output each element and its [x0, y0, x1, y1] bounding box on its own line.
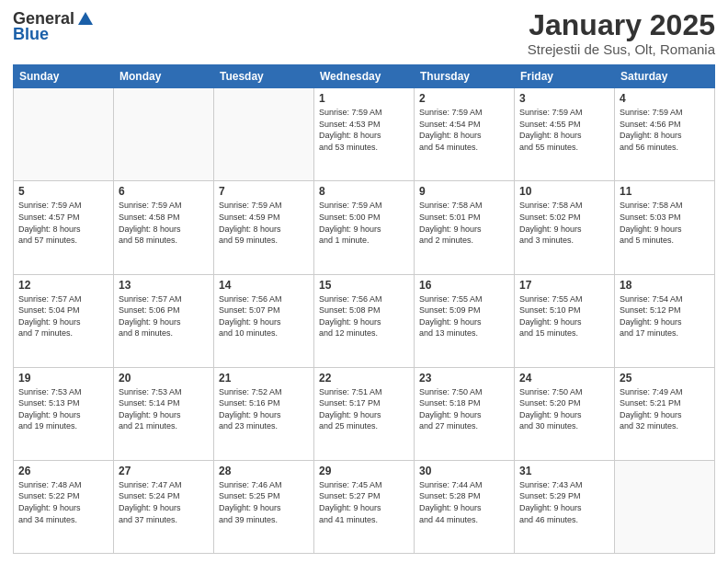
cell-info-text: Sunrise: 7:54 AM Sunset: 5:12 PM Dayligh…: [620, 293, 710, 339]
cell-date-number: 2: [419, 92, 509, 105]
calendar-week-row: 19Sunrise: 7:53 AM Sunset: 5:13 PM Dayli…: [14, 367, 715, 460]
cell-info-text: Sunrise: 7:55 AM Sunset: 5:09 PM Dayligh…: [419, 293, 509, 339]
calendar-cell: 22Sunrise: 7:51 AM Sunset: 5:17 PM Dayli…: [314, 367, 415, 460]
cell-date-number: 9: [419, 185, 509, 198]
calendar-cell: 27Sunrise: 7:47 AM Sunset: 5:24 PM Dayli…: [114, 460, 214, 553]
calendar-cell: 16Sunrise: 7:55 AM Sunset: 5:09 PM Dayli…: [415, 274, 515, 367]
cell-info-text: Sunrise: 7:58 AM Sunset: 5:02 PM Dayligh…: [519, 200, 609, 246]
cell-info-text: Sunrise: 7:49 AM Sunset: 5:21 PM Dayligh…: [620, 386, 710, 432]
cell-date-number: 16: [419, 279, 509, 292]
calendar-cell: 24Sunrise: 7:50 AM Sunset: 5:20 PM Dayli…: [515, 367, 615, 460]
calendar-title: January 2025: [528, 9, 715, 41]
cell-info-text: Sunrise: 7:43 AM Sunset: 5:29 PM Dayligh…: [519, 479, 609, 525]
weekday-header-monday: Monday: [114, 65, 214, 88]
calendar-cell: 29Sunrise: 7:45 AM Sunset: 5:27 PM Dayli…: [314, 460, 415, 553]
calendar-cell: 12Sunrise: 7:57 AM Sunset: 5:04 PM Dayli…: [14, 274, 114, 367]
cell-info-text: Sunrise: 7:56 AM Sunset: 5:08 PM Dayligh…: [319, 293, 409, 339]
weekday-header-wednesday: Wednesday: [314, 65, 415, 88]
cell-info-text: Sunrise: 7:59 AM Sunset: 4:53 PM Dayligh…: [319, 107, 409, 153]
calendar-cell: 8Sunrise: 7:59 AM Sunset: 5:00 PM Daylig…: [314, 181, 415, 274]
weekday-header-friday: Friday: [515, 65, 615, 88]
cell-info-text: Sunrise: 7:53 AM Sunset: 5:13 PM Dayligh…: [18, 386, 108, 432]
cell-info-text: Sunrise: 7:50 AM Sunset: 5:20 PM Dayligh…: [519, 386, 609, 432]
calendar-table: SundayMondayTuesdayWednesdayThursdayFrid…: [13, 64, 715, 554]
cell-date-number: 27: [119, 465, 209, 477]
weekday-header-row: SundayMondayTuesdayWednesdayThursdayFrid…: [14, 65, 715, 88]
calendar-cell: [214, 88, 314, 181]
cell-info-text: Sunrise: 7:56 AM Sunset: 5:07 PM Dayligh…: [219, 293, 309, 339]
calendar-cell: 30Sunrise: 7:44 AM Sunset: 5:28 PM Dayli…: [415, 460, 515, 553]
weekday-header-sunday: Sunday: [14, 65, 114, 88]
cell-date-number: 10: [519, 185, 609, 198]
cell-date-number: 23: [419, 372, 509, 385]
cell-date-number: 7: [219, 185, 309, 198]
calendar-cell: 15Sunrise: 7:56 AM Sunset: 5:08 PM Dayli…: [314, 274, 415, 367]
cell-date-number: 6: [119, 185, 209, 198]
cell-info-text: Sunrise: 7:59 AM Sunset: 4:58 PM Dayligh…: [119, 200, 209, 246]
cell-date-number: 31: [519, 465, 609, 477]
page-header: General Blue January 2025 Strejestii de …: [13, 9, 715, 57]
logo-blue: Blue: [13, 25, 49, 44]
calendar-cell: 13Sunrise: 7:57 AM Sunset: 5:06 PM Dayli…: [114, 274, 214, 367]
cell-info-text: Sunrise: 7:58 AM Sunset: 5:01 PM Dayligh…: [419, 200, 509, 246]
calendar-cell: 23Sunrise: 7:50 AM Sunset: 5:18 PM Dayli…: [415, 367, 515, 460]
calendar-cell: 7Sunrise: 7:59 AM Sunset: 4:59 PM Daylig…: [214, 181, 314, 274]
cell-info-text: Sunrise: 7:46 AM Sunset: 5:25 PM Dayligh…: [219, 479, 309, 525]
calendar-cell: 17Sunrise: 7:55 AM Sunset: 5:10 PM Dayli…: [515, 274, 615, 367]
calendar-week-row: 1Sunrise: 7:59 AM Sunset: 4:53 PM Daylig…: [14, 88, 715, 181]
cell-info-text: Sunrise: 7:55 AM Sunset: 5:10 PM Dayligh…: [519, 293, 609, 339]
calendar-week-row: 26Sunrise: 7:48 AM Sunset: 5:22 PM Dayli…: [14, 460, 715, 553]
calendar-cell: [615, 460, 715, 553]
cell-date-number: 11: [620, 185, 710, 198]
calendar-cell: 2Sunrise: 7:59 AM Sunset: 4:54 PM Daylig…: [415, 88, 515, 181]
cell-date-number: 12: [18, 279, 108, 292]
title-area: January 2025 Strejestii de Sus, Olt, Rom…: [528, 9, 715, 57]
calendar-cell: 4Sunrise: 7:59 AM Sunset: 4:56 PM Daylig…: [615, 88, 715, 181]
cell-date-number: 30: [419, 465, 509, 477]
cell-date-number: 13: [119, 279, 209, 292]
cell-date-number: 22: [319, 372, 409, 385]
cell-date-number: 3: [519, 92, 609, 105]
calendar-cell: 1Sunrise: 7:59 AM Sunset: 4:53 PM Daylig…: [314, 88, 415, 181]
cell-date-number: 28: [219, 465, 309, 477]
calendar-cell: 28Sunrise: 7:46 AM Sunset: 5:25 PM Dayli…: [214, 460, 314, 553]
calendar-cell: 25Sunrise: 7:49 AM Sunset: 5:21 PM Dayli…: [615, 367, 715, 460]
cell-info-text: Sunrise: 7:50 AM Sunset: 5:18 PM Dayligh…: [419, 386, 509, 432]
logo-icon: [76, 10, 95, 29]
cell-info-text: Sunrise: 7:59 AM Sunset: 5:00 PM Dayligh…: [319, 200, 409, 246]
calendar-cell: 5Sunrise: 7:59 AM Sunset: 4:57 PM Daylig…: [14, 181, 114, 274]
calendar-cell: 6Sunrise: 7:59 AM Sunset: 4:58 PM Daylig…: [114, 181, 214, 274]
cell-info-text: Sunrise: 7:59 AM Sunset: 4:56 PM Dayligh…: [620, 107, 710, 153]
cell-date-number: 8: [319, 185, 409, 198]
svg-marker-0: [78, 12, 93, 25]
calendar-cell: [114, 88, 214, 181]
cell-info-text: Sunrise: 7:53 AM Sunset: 5:14 PM Dayligh…: [119, 386, 209, 432]
calendar-cell: 21Sunrise: 7:52 AM Sunset: 5:16 PM Dayli…: [214, 367, 314, 460]
cell-info-text: Sunrise: 7:59 AM Sunset: 4:59 PM Dayligh…: [219, 200, 309, 246]
cell-info-text: Sunrise: 7:51 AM Sunset: 5:17 PM Dayligh…: [319, 386, 409, 432]
cell-date-number: 15: [319, 279, 409, 292]
calendar-cell: 31Sunrise: 7:43 AM Sunset: 5:29 PM Dayli…: [515, 460, 615, 553]
cell-date-number: 20: [119, 372, 209, 385]
calendar-cell: 26Sunrise: 7:48 AM Sunset: 5:22 PM Dayli…: [14, 460, 114, 553]
calendar-cell: 10Sunrise: 7:58 AM Sunset: 5:02 PM Dayli…: [515, 181, 615, 274]
calendar-cell: [14, 88, 114, 181]
cell-info-text: Sunrise: 7:57 AM Sunset: 5:06 PM Dayligh…: [119, 293, 209, 339]
calendar-cell: 11Sunrise: 7:58 AM Sunset: 5:03 PM Dayli…: [615, 181, 715, 274]
calendar-cell: 20Sunrise: 7:53 AM Sunset: 5:14 PM Dayli…: [114, 367, 214, 460]
weekday-header-saturday: Saturday: [615, 65, 715, 88]
cell-date-number: 19: [18, 372, 108, 385]
cell-date-number: 14: [219, 279, 309, 292]
calendar-cell: 18Sunrise: 7:54 AM Sunset: 5:12 PM Dayli…: [615, 274, 715, 367]
cell-info-text: Sunrise: 7:59 AM Sunset: 4:54 PM Dayligh…: [419, 107, 509, 153]
cell-info-text: Sunrise: 7:52 AM Sunset: 5:16 PM Dayligh…: [219, 386, 309, 432]
cell-date-number: 5: [18, 185, 108, 198]
cell-date-number: 1: [319, 92, 409, 105]
cell-date-number: 29: [319, 465, 409, 477]
calendar-week-row: 12Sunrise: 7:57 AM Sunset: 5:04 PM Dayli…: [14, 274, 715, 367]
cell-date-number: 25: [620, 372, 710, 385]
cell-info-text: Sunrise: 7:59 AM Sunset: 4:57 PM Dayligh…: [18, 200, 108, 246]
cell-info-text: Sunrise: 7:45 AM Sunset: 5:27 PM Dayligh…: [319, 479, 409, 525]
cell-date-number: 18: [620, 279, 710, 292]
calendar-subtitle: Strejestii de Sus, Olt, Romania: [528, 41, 715, 57]
